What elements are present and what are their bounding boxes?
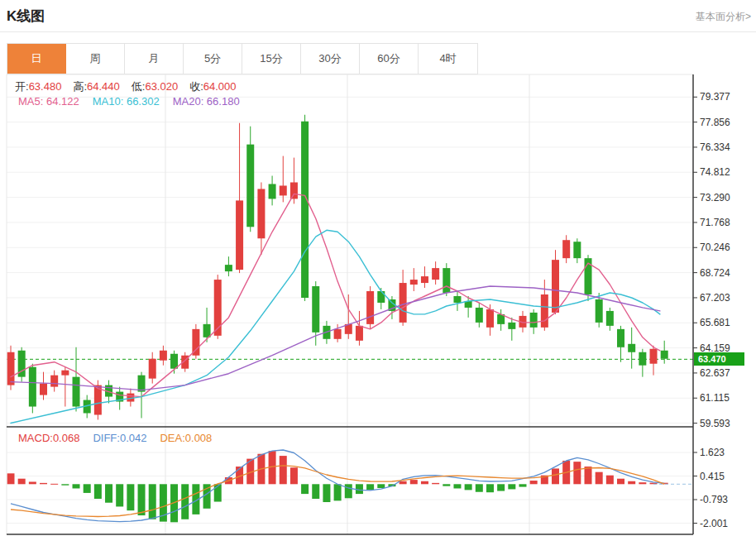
macd-legend-item: MACD:0.068 <box>18 432 79 444</box>
ma-legend-item: MA10: 66.302 <box>93 95 160 108</box>
ma-legend: MA5: 64.122MA10: 66.302MA20: 66.180 <box>18 95 253 108</box>
ma-legend-item: MA20: 66.180 <box>173 95 240 108</box>
ohlc-value: 64.440 <box>87 80 120 93</box>
macd-tick-label: -2.001 <box>700 518 728 529</box>
ohlc-label: 低: <box>132 80 146 93</box>
ohlc-value: 63.480 <box>29 80 62 93</box>
macd-tick-label: 1.623 <box>700 447 725 458</box>
ohlc-label: 收: <box>189 80 203 93</box>
macd-axis: 1.6230.415-0.793-2.001 <box>695 0 756 536</box>
macd-legend-item: DIFF:0.042 <box>93 432 146 444</box>
macd-tick-label: 0.415 <box>700 471 725 482</box>
kline-page: K线图 基本面分析> 日周月5分15分30分60分4时 开:63.480高:64… <box>0 0 756 536</box>
macd-tick-label: -0.793 <box>700 494 728 505</box>
ohlc-label: 开: <box>15 80 29 93</box>
macd-legend: MACD:0.068DIFF:0.042DEA:0.008 <box>18 432 225 444</box>
ohlc-value: 63.020 <box>145 80 178 93</box>
ohlc-value: 64.000 <box>203 80 237 93</box>
ma-legend-item: MA5: 64.122 <box>18 95 79 108</box>
current-price-badge: 63.470 <box>694 352 744 366</box>
ohlc-label: 高: <box>73 80 87 93</box>
ohlc-legend: 开:63.480高:64.440低:63.020收:64.000 <box>15 79 248 94</box>
macd-legend-item: DEA:0.008 <box>160 432 212 444</box>
